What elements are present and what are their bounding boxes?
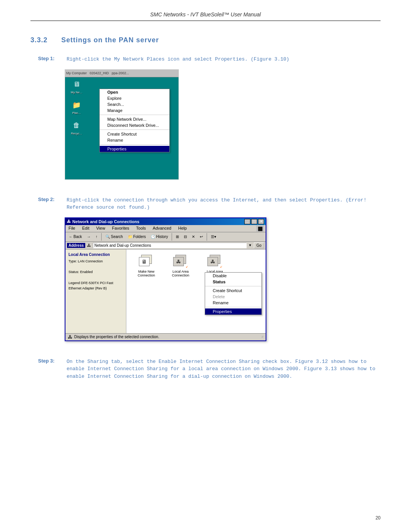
maximize-button[interactable]: □	[251, 219, 257, 224]
toolbar-sep-3	[207, 233, 207, 241]
toolbar-back[interactable]: ← Back	[67, 234, 84, 240]
minimize-button[interactable]: _	[244, 219, 250, 224]
close-button[interactable]: ✕	[258, 219, 264, 224]
ctx-disable[interactable]: Disable	[205, 273, 261, 279]
menu-tools[interactable]: Tools	[135, 225, 148, 232]
ctx-properties-311[interactable]: Properties	[205, 308, 261, 315]
ctx-create-shortcut[interactable]: Create Shortcut	[100, 131, 169, 137]
menu-edit[interactable]: Edit	[81, 225, 91, 232]
statusbar-text: Displays the properties of the selected …	[74, 335, 159, 339]
toolbar-search[interactable]: 🔍 Search	[104, 234, 125, 240]
header-title: SMC Networks - IVT BlueSoleil™ User Manu…	[150, 11, 261, 18]
lan-label-1: Local AreaConnection	[172, 270, 190, 277]
window-content: Local Area Connection Type: LAN Connecti…	[65, 249, 266, 333]
ctx-delete-311[interactable]: Delete	[205, 294, 261, 300]
my-network-icon: 🖥 My Ne...	[67, 79, 86, 94]
titlebar-buttons: _ □ ✕	[244, 219, 264, 224]
menu-file[interactable]: File	[67, 225, 77, 232]
statusbar-icon: 🖧	[68, 334, 72, 340]
menu-advanced[interactable]: Advanced	[151, 225, 173, 232]
step-3-block: Step 3: On the Sharing tab, select the E…	[30, 358, 381, 380]
step-3-number: Step 3:	[38, 358, 67, 364]
menu-view[interactable]: View	[95, 225, 107, 232]
ctx-sep-2	[100, 129, 169, 130]
lan-front-2: 🖧	[207, 257, 218, 266]
toolbar-copy[interactable]: ⊟	[182, 234, 189, 240]
sidebar-status: Status: Enabled	[68, 269, 123, 275]
ctx-map-drive[interactable]: Map Network Drive...	[100, 116, 169, 122]
ctx-sep-311-2	[205, 307, 261, 307]
ctx-disconnect-drive[interactable]: Disconnect Network Drive...	[100, 122, 169, 128]
make-new-connection[interactable]: 🖥 Make NewConnection	[132, 255, 161, 277]
toolbar-forward[interactable]: →	[85, 234, 92, 240]
ctx-rename[interactable]: Rename	[100, 137, 169, 143]
new-conn-icon-stack: 🖥	[139, 255, 154, 268]
my-network-label: My Ne...	[71, 91, 82, 94]
toolbar-move[interactable]: ⊞	[174, 234, 181, 240]
toolbar-folders[interactable]: 📁 Folders	[126, 234, 148, 240]
ctx-properties-310[interactable]: Properties	[100, 146, 169, 152]
figure-311-window: 🖧 Network and Dial-up Connections _ □ ✕ …	[65, 217, 266, 341]
ctx-rename-311[interactable]: Rename	[205, 300, 261, 306]
step-3-description: On the Sharing tab, select the Enable In…	[67, 358, 381, 380]
step-3-row: Step 3: On the Sharing tab, select the E…	[38, 358, 381, 380]
back-icon: ←	[69, 235, 73, 239]
toolbar-sep-1	[101, 233, 102, 241]
lan-arrow-1: ↙	[186, 265, 188, 268]
menu-favorites[interactable]: Favorites	[110, 225, 131, 232]
page-number: 20	[376, 515, 381, 521]
network-icon-img: 🖥	[70, 79, 83, 90]
window-menubar: File Edit View Favorites Tools Advanced …	[65, 225, 266, 232]
statusbar-resize: //	[262, 335, 263, 339]
ctx-open[interactable]: Open	[100, 89, 169, 95]
new-connection-icon: 🖥	[139, 255, 154, 268]
window-toolbar: ← Back → ↑ 🔍 Search 📁 Folders 🕐 History	[65, 232, 266, 242]
sidebar-legend: Legend DFE-530TX PCI Fast Ethernet Adapt…	[68, 280, 123, 291]
menu-help[interactable]: Help	[177, 225, 188, 232]
figure-311-container: 🖧 Network and Dial-up Connections _ □ ✕ …	[65, 217, 266, 343]
lan-arrow-2: ↙	[220, 265, 223, 268]
step-2-row: Step 2: Right-click the connection throu…	[38, 197, 381, 211]
lan-icon-2: 🖧 ↙	[207, 255, 223, 268]
window-sidebar: Local Area Connection Type: LAN Connecti…	[65, 249, 126, 333]
ctx-sep-3	[100, 144, 169, 145]
ctx-sep-311-1	[205, 286, 261, 286]
recycle-icon-img: 🗑	[70, 120, 83, 131]
my-places-icon: 📁 Plac...	[67, 100, 86, 115]
places-icon-img: 📁	[70, 100, 83, 110]
ctx-explore[interactable]: Explore	[100, 95, 169, 101]
step-2-number: Step 2:	[38, 197, 67, 202]
context-menu-311: Disable Status Create Shortcut Delete Re…	[205, 272, 262, 315]
step-1-number: Step 1:	[38, 56, 67, 61]
step-1-description: Right-click the My Network Places icon a…	[67, 56, 289, 63]
desktop-taskbar: My Computer 020422_HID ppa-2002...	[65, 70, 178, 77]
taskbar-label: My Computer 020422_HID ppa-2002...	[66, 71, 129, 75]
local-area-connection-1[interactable]: 🖧 ↙ Local AreaConnection	[166, 255, 195, 277]
step-2-description: Right-click the connection through which…	[67, 197, 381, 211]
window-title: Network and Dial-up Connections	[72, 219, 139, 224]
window-addressbar: Address 🖧 Network and Dial-up Connection…	[65, 242, 266, 249]
recycle-icon: 🗑 Recyc...	[67, 120, 86, 135]
toolbar-delete[interactable]: ✕	[190, 234, 197, 240]
page-footer: 20	[376, 515, 381, 521]
ctx-manage[interactable]: Manage	[100, 107, 169, 113]
toolbar-history[interactable]: 🕐 History	[149, 234, 170, 240]
window-statusbar: 🖧 Displays the properties of the selecte…	[65, 333, 266, 340]
toolbar-undo[interactable]: ↩	[198, 234, 205, 240]
search-icon: 🔍	[105, 235, 110, 239]
ctx-search[interactable]: Search...	[100, 101, 169, 107]
window-titlebar: 🖧 Network and Dial-up Connections _ □ ✕	[65, 218, 266, 225]
recycle-label: Recyc...	[71, 132, 82, 135]
ctx-create-shortcut-311[interactable]: Create Shortcut	[205, 288, 261, 294]
address-input[interactable]: Network and Dial-up Connections	[93, 243, 247, 248]
toolbar-views[interactable]: ☰▾	[209, 234, 218, 240]
places-label: Plac...	[72, 111, 81, 115]
toolbar-up[interactable]: ↑	[94, 234, 99, 240]
history-icon: 🕐	[151, 235, 155, 239]
lan-icon-stack-1: 🖧 ↙	[173, 255, 188, 268]
ctx-status[interactable]: Status	[205, 279, 261, 285]
go-button[interactable]: Go	[254, 243, 264, 248]
context-menu-310: Open Explore Search... Manage Map Networ…	[99, 89, 170, 152]
page-header: SMC Networks - IVT BlueSoleil™ User Manu…	[30, 11, 381, 21]
network-address-icon: 🖧	[87, 243, 91, 248]
